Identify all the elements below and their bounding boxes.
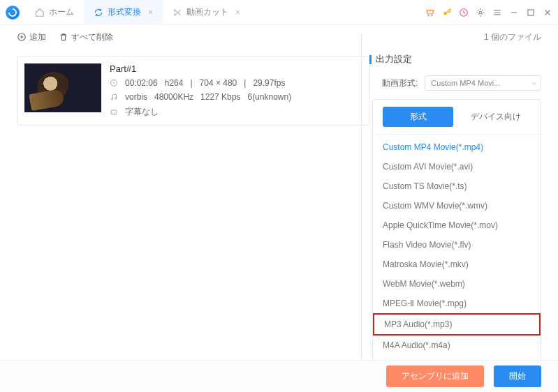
tab-cut[interactable]: 動画カット × [163,0,250,25]
tab-label: 形式変換 [108,6,141,18]
tabs: ホーム 形式変換 × 動画カット × [25,0,425,25]
close-icon[interactable]: × [235,8,240,17]
file-meta: Part#1 00:02:06 h264 | 704 × 480 | 29.97… [110,63,362,118]
maximize-icon[interactable] [526,8,536,17]
format-item[interactable]: Custom MP4 Movie(*.mp4) [373,137,541,157]
refresh-icon [94,8,103,17]
tab-home[interactable]: ホーム [25,0,84,25]
key-icon[interactable] [442,8,452,17]
format-item[interactable]: Custom AVI Movie(*.avi) [373,157,541,176]
plus-icon [17,32,27,42]
cart-icon[interactable] [425,8,435,17]
add-button[interactable]: 追加 [17,31,46,43]
minimize-icon[interactable] [509,8,519,17]
dropdown-tabs: 形式 デバイス向け [373,100,541,135]
format-item[interactable]: MPEG-Ⅱ Movie(*.mpg) [373,294,541,313]
history-icon[interactable] [459,8,469,17]
svg-point-2 [443,11,447,15]
format-item[interactable]: MP3 Audio(*.mp3) [373,313,541,336]
toolbar: 追加 すべて削除 1 個のファイル [0,25,558,49]
channels: 6(unknown) [247,92,291,102]
vcodec: h264 [165,78,184,88]
file-count: 1 個のファイル [484,31,541,43]
svg-point-1 [174,13,175,15]
format-item[interactable]: WebM Movie(*.webm) [373,274,541,294]
acodec: vorbis [125,92,147,102]
tab-convert[interactable]: 形式変換 × [84,0,163,25]
trash-icon [59,32,68,42]
format-item[interactable]: Apple QuickTime Movie(*.mov) [373,216,541,235]
svg-point-0 [174,9,175,10]
resolution: 704 × 480 [200,78,237,88]
format-dropdown: 形式 デバイス向け Custom MP4 Movie(*.mp4)Custom … [372,99,541,361]
duration: 00:02:06 [125,78,158,88]
add-to-assembly-button[interactable]: アセンブリに追加 [386,365,484,387]
tab-label: 動画カット [186,6,228,18]
tab-label: ホーム [49,6,74,18]
titlebar-right [425,8,552,17]
menu-icon[interactable] [492,8,502,17]
home-icon [35,8,45,17]
gear-icon[interactable] [476,8,485,17]
svg-rect-10 [111,110,117,114]
close-icon[interactable]: × [148,8,153,17]
panel-title: 出力設定 [369,53,541,66]
clock-icon [110,79,118,87]
subtitle-row: 字幕なし [110,106,362,118]
video-info-row: 00:02:06 h264 | 704 × 480 | 29.97fps [110,78,362,88]
svg-point-4 [479,11,482,14]
sample-rate: 48000KHz [154,92,193,102]
format-list[interactable]: Custom MP4 Movie(*.mp4)Custom AVI Movie(… [373,135,541,358]
output-settings-panel: 出力設定 動画形式: Custom MP4 Movi... 形式 デバイス向け … [369,49,541,360]
fps: 29.97fps [253,78,285,88]
format-item[interactable]: Matroska Movie(*.mkv) [373,255,541,274]
app-logo [6,6,20,20]
start-button[interactable]: 開始 [494,365,541,387]
dd-tab-format[interactable]: 形式 [383,107,453,127]
audio-info-row: vorbis 48000KHz 1227 Kbps 6(unknown) [110,92,362,102]
music-icon [110,93,118,101]
delete-all-button[interactable]: すべて削除 [59,31,113,43]
file-list: Part#1 00:02:06 h264 | 704 × 480 | 29.97… [17,49,369,360]
file-thumbnail [24,63,101,112]
delete-all-label: すべて削除 [71,31,113,43]
svg-point-9 [115,98,117,99]
titlebar: ホーム 形式変換 × 動画カット × [0,0,558,25]
bitrate: 1227 Kbps [200,92,240,102]
subtitle-icon [110,108,118,116]
dd-tab-device[interactable]: デバイス向け [460,107,531,127]
format-label: 動画形式: [382,77,418,89]
svg-point-8 [112,98,113,100]
format-item[interactable]: Custom WMV Movie(*.wmv) [373,196,541,216]
file-card[interactable]: Part#1 00:02:06 h264 | 704 × 480 | 29.97… [17,56,369,126]
svg-rect-5 [528,9,534,15]
subtitle: 字幕なし [125,106,159,118]
file-title: Part#1 [110,63,362,74]
scissors-icon [172,8,182,17]
format-item[interactable]: M4A Audio(*.m4a) [373,336,541,355]
format-select[interactable]: Custom MP4 Movi... [425,75,541,91]
content: Part#1 00:02:06 h264 | 704 × 480 | 29.97… [0,49,558,360]
format-item[interactable]: Flash Video Movie(*.flv) [373,235,541,255]
add-label: 追加 [29,31,46,43]
footer: アセンブリに追加 開始 [0,360,558,392]
format-row: 動画形式: Custom MP4 Movi... [369,75,541,91]
close-icon[interactable] [543,8,552,17]
format-item[interactable]: Custom TS Movie(*.ts) [373,176,541,196]
